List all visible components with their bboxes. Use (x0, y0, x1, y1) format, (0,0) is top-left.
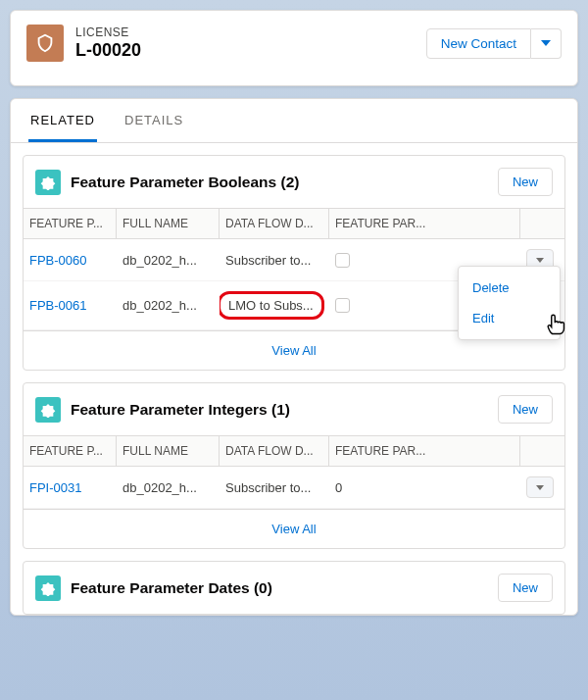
col-feature-par[interactable]: FEATURE PAR... (329, 436, 520, 466)
tab-details[interactable]: DETAILS (122, 99, 185, 142)
booleans-columns: FEATURE P... FULL NAME DATA FLOW D... FE… (24, 208, 564, 239)
tab-related[interactable]: RELATED (28, 99, 97, 142)
record-name: L-00020 (75, 40, 415, 61)
related-dates-header: Feature Parameter Dates (0) New (24, 562, 564, 614)
checkbox-icon (335, 253, 350, 268)
cell-data-flow: Subscriber to... (220, 239, 329, 280)
object-label: LICENSE (75, 25, 415, 39)
license-object-icon (26, 25, 64, 62)
col-full-name[interactable]: FULL NAME (117, 209, 220, 238)
col-action (520, 436, 564, 466)
cell-data-flow: Subscriber to... (220, 467, 329, 508)
checkbox-icon (335, 298, 350, 313)
record-link[interactable]: FPB-0060 (29, 253, 87, 268)
caret-down-icon (536, 258, 544, 263)
feature-parameter-icon (35, 575, 61, 601)
feature-parameter-icon (35, 170, 61, 195)
new-contact-button[interactable]: New Contact (426, 28, 531, 59)
col-action (520, 209, 564, 238)
row-menu-button[interactable] (526, 476, 554, 498)
related-container: Feature Parameter Booleans (2) New FEATU… (11, 143, 577, 615)
table-row: FPI-0031 db_0202_h... Subscriber to... 0 (24, 467, 564, 509)
related-booleans-title: Feature Parameter Booleans (2) (71, 174, 488, 191)
cell-action (520, 467, 564, 508)
cell-value: 0 (329, 467, 520, 508)
col-feature-par[interactable]: FEATURE PAR... (329, 209, 520, 238)
related-booleans-header: Feature Parameter Booleans (2) New (24, 156, 564, 208)
header-actions: New Contact (426, 28, 562, 59)
feature-parameter-icon (35, 397, 61, 423)
cell-full-name: db_0202_h... (117, 239, 220, 280)
caret-down-icon (536, 485, 544, 490)
new-boolean-button[interactable]: New (498, 168, 553, 196)
col-data-flow[interactable]: DATA FLOW D... (220, 436, 329, 466)
new-contact-more-button[interactable] (531, 28, 562, 59)
record-header: LICENSE L-00020 New Contact (10, 10, 578, 86)
col-feature-param[interactable]: FEATURE P... (24, 209, 117, 238)
cursor-hand-icon (543, 310, 570, 340)
caret-down-icon (541, 40, 551, 46)
title-block: LICENSE L-00020 (75, 25, 415, 61)
related-integers-title: Feature Parameter Integers (1) (71, 401, 488, 419)
related-dates-card: Feature Parameter Dates (0) New (23, 561, 565, 615)
related-dates-title: Feature Parameter Dates (0) (71, 579, 488, 597)
new-date-button[interactable]: New (498, 574, 553, 602)
record-body: RELATED DETAILS Feature Parameter Boolea… (10, 98, 578, 616)
col-data-flow[interactable]: DATA FLOW D... (220, 209, 329, 238)
related-integers-card: Feature Parameter Integers (1) New FEATU… (23, 382, 565, 549)
related-integers-header: Feature Parameter Integers (1) New (24, 383, 564, 435)
highlight-box: LMO to Subs... (220, 291, 324, 320)
col-full-name[interactable]: FULL NAME (117, 436, 220, 466)
integers-columns: FEATURE P... FULL NAME DATA FLOW D... FE… (24, 435, 564, 467)
col-feature-param[interactable]: FEATURE P... (24, 436, 117, 466)
cell-full-name: db_0202_h... (117, 467, 220, 508)
new-integer-button[interactable]: New (498, 395, 553, 424)
view-all-integers[interactable]: View All (24, 509, 564, 548)
menu-delete[interactable]: Delete (459, 273, 560, 303)
cell-data-flow-text: LMO to Subs... (228, 298, 314, 313)
record-link[interactable]: FPB-0061 (29, 298, 87, 313)
cell-full-name: db_0202_h... (117, 281, 220, 329)
cell-data-flow: LMO to Subs... (220, 281, 329, 329)
record-link[interactable]: FPI-0031 (29, 480, 81, 495)
tabs: RELATED DETAILS (11, 99, 577, 143)
